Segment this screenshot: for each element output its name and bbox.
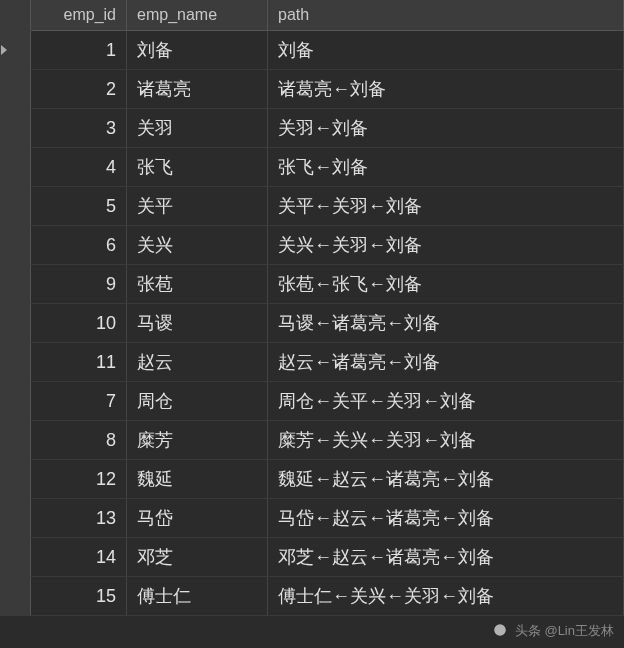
cell-path[interactable]: 邓芝←赵云←诸葛亮←刘备 — [268, 538, 624, 577]
cell-emp-id[interactable]: 11 — [31, 343, 127, 382]
row-gutter — [0, 70, 31, 109]
table-row[interactable]: 11赵云赵云←诸葛亮←刘备 — [0, 343, 624, 382]
cell-emp-name[interactable]: 邓芝 — [127, 538, 268, 577]
table-row[interactable]: 14邓芝邓芝←赵云←诸葛亮←刘备 — [0, 538, 624, 577]
cell-emp-id[interactable]: 2 — [31, 70, 127, 109]
cell-emp-id[interactable]: 10 — [31, 304, 127, 343]
cell-emp-id[interactable]: 3 — [31, 109, 127, 148]
table-row[interactable]: 12魏延魏延←赵云←诸葛亮←刘备 — [0, 460, 624, 499]
cell-emp-id[interactable]: 7 — [31, 382, 127, 421]
cell-emp-id[interactable]: 13 — [31, 499, 127, 538]
cell-emp-name[interactable]: 赵云 — [127, 343, 268, 382]
row-gutter — [0, 265, 31, 304]
table-row[interactable]: 6关兴关兴←关羽←刘备 — [0, 226, 624, 265]
row-gutter — [0, 499, 31, 538]
column-header-emp-name[interactable]: emp_name — [127, 0, 268, 31]
cell-emp-name[interactable]: 诸葛亮 — [127, 70, 268, 109]
table-row[interactable]: 8糜芳糜芳←关兴←关羽←刘备 — [0, 421, 624, 460]
cell-emp-name[interactable]: 张飞 — [127, 148, 268, 187]
cell-path[interactable]: 刘备 — [268, 31, 624, 70]
cell-path[interactable]: 诸葛亮←刘备 — [268, 70, 624, 109]
watermark: 头条 @Lin王发林 — [493, 622, 614, 640]
cell-emp-name[interactable]: 刘备 — [127, 31, 268, 70]
row-gutter — [0, 421, 31, 460]
column-header-emp-id[interactable]: emp_id — [31, 0, 127, 31]
table-row[interactable]: 9张苞张苞←张飞←刘备 — [0, 265, 624, 304]
cell-path[interactable]: 张苞←张飞←刘备 — [268, 265, 624, 304]
row-gutter — [0, 187, 31, 226]
table-row[interactable]: 3关羽关羽←刘备 — [0, 109, 624, 148]
cell-path[interactable]: 关平←关羽←刘备 — [268, 187, 624, 226]
cell-emp-id[interactable]: 12 — [31, 460, 127, 499]
row-gutter — [0, 382, 31, 421]
row-gutter — [0, 31, 31, 70]
column-header-path[interactable]: path — [268, 0, 624, 31]
table-row[interactable]: 5关平关平←关羽←刘备 — [0, 187, 624, 226]
gutter-header — [0, 0, 31, 31]
table-row[interactable]: 1刘备刘备 — [0, 31, 624, 70]
row-gutter — [0, 148, 31, 187]
cell-emp-name[interactable]: 马谡 — [127, 304, 268, 343]
table-row[interactable]: 10马谡马谡←诸葛亮←刘备 — [0, 304, 624, 343]
cell-path[interactable]: 赵云←诸葛亮←刘备 — [268, 343, 624, 382]
cell-emp-name[interactable]: 马岱 — [127, 499, 268, 538]
cell-path[interactable]: 傅士仁←关兴←关羽←刘备 — [268, 577, 624, 616]
table-row[interactable]: 7周仓周仓←关平←关羽←刘备 — [0, 382, 624, 421]
data-grid: emp_id emp_name path 1刘备刘备2诸葛亮诸葛亮←刘备3关羽关… — [0, 0, 624, 616]
cell-path[interactable]: 马岱←赵云←诸葛亮←刘备 — [268, 499, 624, 538]
table-row[interactable]: 13马岱马岱←赵云←诸葛亮←刘备 — [0, 499, 624, 538]
cell-path[interactable]: 关羽←刘备 — [268, 109, 624, 148]
row-gutter — [0, 304, 31, 343]
row-gutter — [0, 109, 31, 148]
cell-emp-id[interactable]: 5 — [31, 187, 127, 226]
watermark-text: 头条 @Lin王发林 — [515, 623, 614, 638]
cell-emp-id[interactable]: 4 — [31, 148, 127, 187]
cell-emp-id[interactable]: 8 — [31, 421, 127, 460]
row-gutter — [0, 343, 31, 382]
svg-point-0 — [494, 624, 506, 636]
cell-emp-id[interactable]: 9 — [31, 265, 127, 304]
cell-emp-name[interactable]: 关羽 — [127, 109, 268, 148]
cell-path[interactable]: 马谡←诸葛亮←刘备 — [268, 304, 624, 343]
table-row[interactable]: 2诸葛亮诸葛亮←刘备 — [0, 70, 624, 109]
cell-emp-id[interactable]: 6 — [31, 226, 127, 265]
cell-emp-name[interactable]: 周仓 — [127, 382, 268, 421]
cell-emp-name[interactable]: 张苞 — [127, 265, 268, 304]
row-gutter — [0, 538, 31, 577]
cell-emp-id[interactable]: 15 — [31, 577, 127, 616]
cell-emp-name[interactable]: 糜芳 — [127, 421, 268, 460]
cell-emp-id[interactable]: 14 — [31, 538, 127, 577]
cell-path[interactable]: 魏延←赵云←诸葛亮←刘备 — [268, 460, 624, 499]
source-icon — [493, 623, 507, 640]
cell-path[interactable]: 糜芳←关兴←关羽←刘备 — [268, 421, 624, 460]
table-row[interactable]: 15傅士仁傅士仁←关兴←关羽←刘备 — [0, 577, 624, 616]
cell-emp-name[interactable]: 关平 — [127, 187, 268, 226]
results-table: emp_id emp_name path 1刘备刘备2诸葛亮诸葛亮←刘备3关羽关… — [0, 0, 624, 616]
row-gutter — [0, 460, 31, 499]
cell-emp-id[interactable]: 1 — [31, 31, 127, 70]
cell-emp-name[interactable]: 关兴 — [127, 226, 268, 265]
cell-path[interactable]: 周仓←关平←关羽←刘备 — [268, 382, 624, 421]
row-gutter — [0, 577, 31, 616]
cell-path[interactable]: 张飞←刘备 — [268, 148, 624, 187]
table-row[interactable]: 4张飞张飞←刘备 — [0, 148, 624, 187]
row-gutter — [0, 226, 31, 265]
cell-emp-name[interactable]: 魏延 — [127, 460, 268, 499]
cell-emp-name[interactable]: 傅士仁 — [127, 577, 268, 616]
cell-path[interactable]: 关兴←关羽←刘备 — [268, 226, 624, 265]
